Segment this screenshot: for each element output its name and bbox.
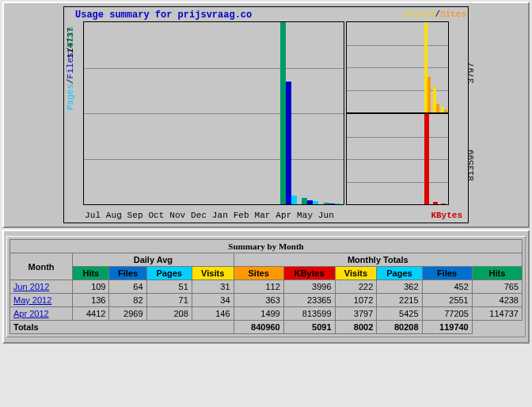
- m-visits: 3797: [335, 307, 377, 321]
- d-pages: 208: [146, 307, 192, 321]
- plot-top-right: [346, 21, 449, 113]
- m-kbytes: 23365: [283, 294, 335, 307]
- col-month: Month: [10, 253, 73, 280]
- col-d-visits: Visits: [192, 267, 234, 280]
- m-sites: 1499: [234, 307, 283, 321]
- right-top-y-max: 3797: [466, 63, 476, 83]
- d-hits: 4412: [73, 307, 109, 321]
- summary-table-wrap: Summary by Month Month Daily Avg Monthly…: [6, 236, 526, 337]
- table-frame: Summary by Month Month Daily Avg Monthly…: [2, 230, 530, 344]
- bar: [280, 22, 286, 204]
- m-hits: 114737: [472, 307, 522, 321]
- col-d-files: Files: [109, 267, 146, 280]
- bar: [441, 204, 446, 204]
- month-link[interactable]: May 2012: [13, 295, 51, 305]
- chart-frame: Usage summary for prijsvraag.co 114737 P…: [2, 2, 530, 228]
- m-files: 2551: [422, 294, 472, 307]
- d-files: 2969: [109, 307, 146, 321]
- m-hits: 4238: [472, 294, 522, 307]
- m-sites: 112: [234, 280, 283, 294]
- bar: [444, 110, 447, 112]
- colgroup-monthly: Monthly Totals: [234, 253, 522, 267]
- left-axis-label: Pages/Files/Hits: [66, 26, 75, 110]
- m-files: 77205: [422, 307, 472, 321]
- right-top-label: Visits/Sites: [404, 10, 466, 19]
- m-kbytes: 813599: [283, 307, 335, 321]
- d-files: 64: [109, 280, 146, 294]
- col-m-files: Files: [422, 267, 472, 280]
- m-pages: 2215: [377, 294, 422, 307]
- bar: [313, 201, 318, 204]
- table-row: Apr 201244122969208146149981359937975425…: [10, 307, 522, 321]
- m-files: 452: [422, 280, 472, 294]
- chart-title: Usage summary for prijsvraag.co: [75, 10, 252, 21]
- m-pages: 5425: [377, 307, 422, 321]
- bar: [433, 202, 438, 204]
- right-mid-y-max: 813599: [466, 150, 476, 181]
- col-d-pages: Pages: [146, 267, 192, 280]
- colgroup-daily: Daily Avg: [73, 253, 234, 267]
- x-axis-labels: Jul Aug Sep Oct Nov Dec Jan Feb Mar Apr …: [85, 211, 334, 220]
- col-m-pages: Pages: [377, 267, 422, 280]
- month-cell[interactable]: May 2012: [10, 294, 73, 307]
- m-kbytes: 3996: [283, 280, 335, 294]
- month-link[interactable]: Apr 2012: [13, 309, 49, 318]
- usage-chart: Usage summary for prijsvraag.co 114737 P…: [63, 6, 469, 223]
- totals-visits: 5091: [283, 321, 335, 334]
- d-pages: 71: [146, 294, 192, 307]
- bar: [286, 82, 291, 204]
- m-visits: 222: [335, 280, 377, 294]
- col-m-sites: Sites: [234, 267, 283, 280]
- bar: [291, 196, 297, 204]
- totals-hits: 119740: [422, 321, 472, 334]
- table-row: May 201213682713436323365107222152551423…: [10, 294, 522, 307]
- d-visits: 34: [192, 294, 234, 307]
- month-link[interactable]: Jun 2012: [13, 282, 49, 291]
- col-d-hits: Hits: [73, 267, 109, 280]
- bar: [302, 198, 307, 204]
- table-title: Summary by Month: [10, 240, 522, 253]
- m-visits: 1072: [335, 294, 377, 307]
- month-cell[interactable]: Apr 2012: [10, 307, 73, 321]
- d-visits: 146: [192, 307, 234, 321]
- d-visits: 31: [192, 280, 234, 294]
- bar: [307, 200, 313, 204]
- totals-kbytes: 840960: [234, 321, 283, 334]
- col-m-visits: Visits: [335, 267, 377, 280]
- bar: [428, 77, 431, 112]
- summary-table: Summary by Month Month Daily Avg Monthly…: [10, 239, 522, 334]
- bar: [436, 104, 439, 112]
- bar: [335, 204, 340, 204]
- totals-label: Totals: [10, 321, 234, 334]
- col-m-hits: Hits: [472, 267, 522, 280]
- bar: [324, 203, 329, 204]
- totals-pages: 8002: [335, 321, 377, 334]
- bar: [424, 114, 429, 204]
- d-files: 82: [109, 294, 146, 307]
- m-pages: 362: [377, 280, 422, 294]
- table-row: Jun 20121096451311123996222362452765: [10, 280, 522, 294]
- col-m-kbytes: KBytes: [283, 267, 335, 280]
- month-cell[interactable]: Jun 2012: [10, 280, 73, 294]
- plot-bottom-right: [346, 113, 449, 205]
- right-bottom-label: KBytes: [431, 211, 462, 220]
- d-pages: 51: [146, 280, 192, 294]
- d-hits: 136: [73, 294, 109, 307]
- m-sites: 363: [234, 294, 283, 307]
- bar: [329, 204, 335, 204]
- m-hits: 765: [472, 280, 522, 294]
- totals-files: 80208: [377, 321, 422, 334]
- d-hits: 109: [73, 280, 109, 294]
- plot-left: [83, 21, 344, 205]
